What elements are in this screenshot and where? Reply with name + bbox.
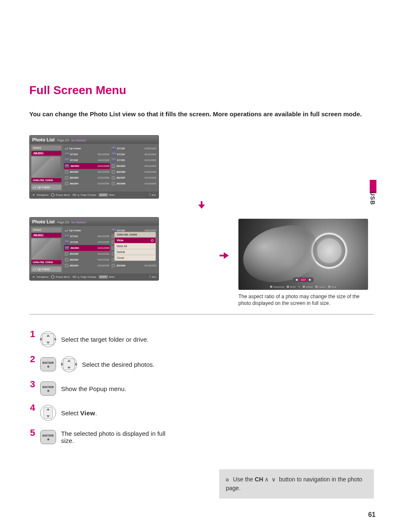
list-item[interactable]: JMJ00402/18/2008 (64, 263, 110, 269)
list-item[interactable]: ⮐Up Folder (64, 146, 110, 151)
screen2-footer: Navigation Popup Menu CH⇅Page Change MAR… (30, 274, 159, 280)
list-item[interactable]: KY10501/31/2008 (111, 157, 157, 163)
list-item[interactable]: KY10106/10/2008 (64, 151, 110, 157)
enter-icon (51, 193, 54, 197)
checkbox-icon (112, 264, 115, 267)
tv-screen-1-wrap: Photo List Page 2/3 No Marked Drive1 JMJ… (29, 135, 374, 210)
list-item[interactable]: JMJ00505/13/2008 (111, 163, 157, 169)
list-item[interactable]: JMJ00206/15/2008 (64, 251, 110, 257)
thumb-icon (65, 164, 69, 168)
enter-button[interactable]: ENTER (40, 357, 56, 371)
upfolder-label: Up Folder (37, 268, 50, 271)
list-item[interactable]: JMJ00402/18/2008 (64, 181, 110, 187)
list-item[interactable]: JMJ00101/01/2008 (64, 163, 110, 169)
screen1-resolution: 1366x768, 125KB (31, 178, 61, 182)
dpad-button[interactable] (40, 331, 56, 347)
rotate-icon[interactable]: ↻ (298, 285, 300, 288)
list-item[interactable]: KY10204/03/2008 (64, 239, 110, 245)
mark-key: MARK (99, 275, 108, 279)
action-label: Delete (306, 286, 313, 288)
popup-item[interactable]: Close (115, 255, 156, 261)
item-name: JMJ004 (69, 264, 96, 267)
prev-icon[interactable]: ◀ (295, 278, 297, 281)
photo-action-slideshow[interactable]: Slideshow (270, 285, 284, 288)
list-item[interactable]: KY10406/19/2008 (111, 151, 157, 157)
list-item[interactable]: KY10106/10/2008 (64, 233, 110, 239)
dpad-icon (63, 358, 75, 370)
photo-action-option[interactable]: Option (315, 285, 326, 288)
item-name: JMJ001 (70, 165, 96, 167)
step-2-num: 2 (29, 354, 35, 365)
list-item[interactable]: JMJ00802/18/2008 (111, 263, 157, 269)
popup-item[interactable]: View (115, 237, 156, 243)
footer-popup: Popup Menu (56, 194, 70, 196)
item-name: KY105 (117, 159, 143, 161)
popup-item[interactable]: Delete (115, 249, 156, 255)
enter-button[interactable]: ENTER (40, 430, 56, 444)
item-name: KY104 (117, 153, 143, 156)
footer-pagechange: Page Change (81, 276, 96, 278)
item-name: JMJ003 (69, 258, 96, 261)
page-number: 61 (368, 511, 376, 519)
list-item[interactable]: JMJ00802/18/2008 (111, 181, 157, 187)
action-icon (303, 286, 305, 288)
item-date: 06/10/2008 (97, 235, 109, 238)
item-date: 05/26/2008 (144, 171, 156, 173)
checkbox-icon (65, 264, 68, 267)
upfolder-icon: ⮐ (33, 268, 36, 271)
footer-nav: Navigation (37, 194, 49, 196)
thumb-icon (65, 159, 69, 162)
step-5: 5 ENTER The selected photo is displayed … (29, 430, 374, 444)
list-item[interactable]: JMJ00304/03/2008 (64, 257, 110, 263)
item-name: JMJ006 (116, 171, 143, 173)
next-icon[interactable]: ▶ (309, 278, 311, 281)
item-date: 02/18/2008 (144, 264, 156, 267)
screen1-upfolder-button[interactable]: ⮐ Up Folder (31, 184, 61, 190)
action-icon (328, 286, 330, 288)
photo-action-bgm[interactable]: BGM (287, 285, 296, 288)
screen2-drive[interactable]: Drive1 (31, 228, 61, 232)
list-item[interactable]: JMJ00605/26/2008 (111, 169, 157, 175)
screen1-grid: ⮐Up FolderKY10106/10/2008KY10204/03/2008… (63, 144, 159, 192)
updown-button[interactable] (40, 405, 56, 421)
list-item[interactable]: KY10303/30/2008 (111, 146, 157, 151)
thumb-icon (112, 153, 116, 156)
screen2-selected-name: JMJ001 (31, 233, 61, 238)
dpad-button[interactable] (61, 356, 77, 372)
photo-page-bar[interactable]: ◀ 1/17 ▶ (293, 277, 314, 282)
checkbox-icon (112, 164, 115, 168)
screen2-upfolder-button[interactable]: ⮐ Up Folder (31, 266, 61, 272)
enter-label: ENTER (42, 434, 54, 437)
list-item[interactable]: JMJ00101/01/2008 (64, 245, 110, 251)
popup-item[interactable]: Mark All (115, 243, 156, 249)
thumb-icon (65, 235, 69, 238)
item-name: Up Folder (69, 229, 108, 232)
screen1-col2: KY10303/30/2008KY10406/19/2008KY10501/31… (111, 146, 157, 187)
screen1-drive[interactable]: Drive1 (31, 146, 61, 150)
screen2-sidebar: Drive1 JMJ001 1366x768, 125KB ⮐ Up Folde… (30, 226, 63, 274)
screen2-header: Photo List Page 2/3 No Marked (30, 217, 159, 226)
photo-action-hide[interactable]: Hide (328, 285, 336, 288)
popup-menu[interactable]: 1366x768, 125KB ViewMark AllDeleteClose (114, 232, 156, 261)
upfolder-label: Up Folder (37, 186, 50, 189)
list-item[interactable]: ⮐Up Folder (64, 228, 110, 233)
step-1-num: 1 (29, 329, 35, 340)
updown-icon: ⇅ (77, 276, 79, 279)
item-date: 06/10/2008 (97, 153, 109, 156)
checkbox-icon (65, 258, 68, 261)
enter-button[interactable]: ENTER (40, 381, 56, 396)
footer-mark: Mark (109, 276, 115, 278)
list-item[interactable]: JMJ00702/18/2008 (111, 175, 157, 181)
action-label: Slideshow (273, 286, 284, 288)
list-item[interactable]: JMJ00304/03/2008 (64, 175, 110, 181)
info-pre: Use the (233, 476, 255, 483)
screen1-footer: Navigation Popup Menu CH⇅Page Change MAR… (30, 192, 159, 198)
tv-screen-2: Photo List Page 2/3 No Marked Drive1 JMJ… (29, 217, 159, 281)
enter-dot-icon (47, 366, 49, 368)
step-4-post: . (95, 409, 97, 417)
list-item[interactable]: JMJ00206/15/2008 (64, 169, 110, 175)
list-item[interactable]: KY10204/03/2008 (64, 157, 110, 163)
bullet-icon (226, 478, 229, 481)
photo-action-delete[interactable]: Delete (303, 285, 313, 288)
thumb-icon (65, 153, 69, 156)
